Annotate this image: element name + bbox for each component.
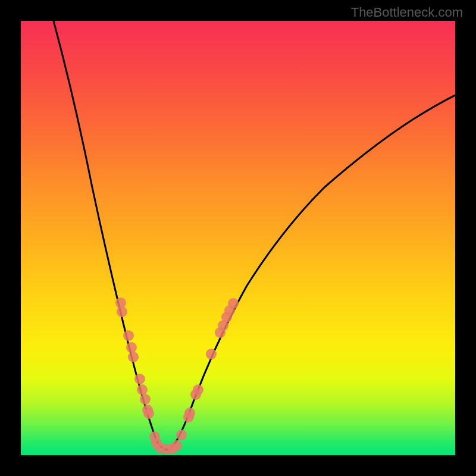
bottleneck-curve bbox=[54, 21, 455, 450]
chart-plot-area bbox=[21, 21, 455, 455]
data-point bbox=[126, 342, 137, 353]
data-point bbox=[137, 384, 148, 395]
data-point bbox=[123, 330, 134, 341]
data-point bbox=[206, 349, 217, 359]
data-point bbox=[140, 394, 151, 405]
data-point bbox=[134, 374, 145, 384]
data-point bbox=[184, 408, 195, 418]
data-point bbox=[117, 306, 127, 317]
chart-svg bbox=[21, 21, 455, 455]
data-point bbox=[171, 440, 182, 451]
data-point bbox=[228, 298, 239, 309]
data-point bbox=[128, 352, 139, 362]
data-point bbox=[143, 408, 154, 419]
watermark-text: TheBottleneck.com bbox=[351, 5, 463, 20]
data-points-group bbox=[115, 298, 239, 455]
data-point bbox=[176, 430, 187, 440]
data-point bbox=[193, 384, 203, 395]
